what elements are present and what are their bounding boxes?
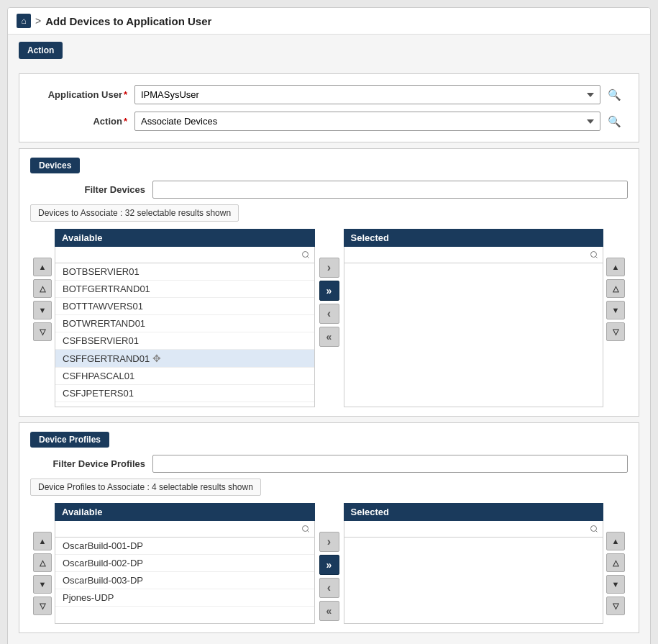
- dp-move-all-right-icon: [326, 559, 332, 571]
- devices-available-header: Available: [55, 229, 315, 247]
- dp-available-panel: Available OscarBuild-001-DP OscarBuild-0…: [55, 503, 315, 624]
- home-icon[interactable]: ⌂: [17, 14, 31, 28]
- application-user-label: Application User*: [34, 89, 134, 100]
- devices-left-controls: ▲ △ ▼ ▽: [30, 255, 55, 344]
- dp-right-page-up-button[interactable]: △: [606, 553, 625, 572]
- list-item[interactable]: CSFJPETERS01: [55, 385, 314, 402]
- dp-scroll-down-button[interactable]: ▼: [33, 575, 52, 594]
- devices-selected-search[interactable]: [344, 247, 604, 263]
- devices-available-search[interactable]: [55, 247, 315, 263]
- move-all-right-icon: [326, 285, 332, 296]
- list-item[interactable]: CSFKFURMER01: [55, 402, 314, 407]
- dp-move-all-left-button[interactable]: [319, 601, 339, 621]
- devices-move-all-left-button[interactable]: [319, 327, 339, 347]
- devices-selected-list: [344, 263, 604, 407]
- devices-selected-panel: Selected: [344, 229, 604, 407]
- dp-left-controls: ▲ △ ▼ ▽: [30, 529, 55, 618]
- list-item[interactable]: BOTFGERTRAND01: [55, 281, 314, 298]
- dp-move-right-button[interactable]: [319, 532, 339, 552]
- list-item[interactable]: CSFBSERVIER01: [55, 332, 314, 350]
- breadcrumb: ⌂ > Add Devices to Application User: [8, 8, 650, 35]
- filter-devices-label: Filter Devices: [30, 184, 145, 195]
- devices-results-info: Devices to Associate : 32 selectable res…: [30, 204, 239, 222]
- devices-move-controls: [315, 255, 344, 350]
- devices-move-right-button[interactable]: [319, 258, 339, 278]
- filter-device-profiles-row: Filter Device Profiles: [30, 455, 628, 473]
- list-item[interactable]: BOTTTAWVERS01: [55, 298, 314, 315]
- dp-available-header: Available: [55, 503, 315, 521]
- list-item[interactable]: OscarBuild-003-DP: [55, 572, 314, 589]
- filter-devices-input[interactable]: [152, 181, 628, 199]
- list-item[interactable]: CSFHPASCAL01: [55, 368, 314, 385]
- dp-available-list: OscarBuild-001-DP OscarBuild-002-DP Osca…: [55, 538, 315, 624]
- dp-move-right-icon: [327, 535, 331, 548]
- devices-section-button[interactable]: Devices: [30, 158, 80, 173]
- application-user-control: IPMASysUser 🔍: [134, 85, 624, 104]
- move-left-icon: [327, 307, 331, 320]
- device-profiles-results-info: Device Profiles to Associate : 4 selecta…: [30, 479, 261, 496]
- action-control: Associate Devices 🔍: [134, 112, 624, 131]
- dp-page-up-button[interactable]: △: [33, 553, 52, 572]
- dp-selected-search[interactable]: [344, 521, 604, 538]
- devices-right-page-down-button[interactable]: ▽: [606, 322, 625, 341]
- dp-selected-header: Selected: [344, 503, 604, 521]
- action-select[interactable]: Associate Devices: [134, 112, 600, 131]
- list-item[interactable]: CSFFGERTRAND01 ✥: [55, 350, 314, 368]
- page-title: Add Devices to Application User: [45, 15, 211, 27]
- devices-right-page-up-button[interactable]: △: [606, 279, 625, 298]
- dp-right-page-down-button[interactable]: ▽: [606, 597, 625, 615]
- devices-move-all-right-button[interactable]: [319, 281, 339, 301]
- devices-right-scroll-down-button[interactable]: ▼: [606, 301, 625, 319]
- list-item[interactable]: BOTBSERVIER01: [55, 263, 314, 281]
- action-row: Action* Associate Devices 🔍: [34, 112, 624, 131]
- devices-scroll-up-button[interactable]: ▲: [33, 258, 52, 276]
- devices-page-down-button[interactable]: ▽: [33, 322, 52, 341]
- dp-right-scroll-up-button[interactable]: ▲: [606, 532, 625, 550]
- dp-scroll-up-button[interactable]: ▲: [33, 532, 52, 550]
- action-label: Action*: [34, 116, 134, 127]
- devices-dual-list: ▲ △ ▼ ▽ Available BOTBSERVIER01 BOTFGERT…: [30, 229, 628, 407]
- devices-right-controls: ▲ △ ▼ ▽: [603, 255, 628, 344]
- filter-device-profiles-label: Filter Device Profiles: [30, 458, 145, 469]
- drag-icon: ✥: [152, 353, 161, 364]
- breadcrumb-separator: >: [35, 15, 41, 27]
- device-profiles-panel: Device Profiles Filter Device Profiles D…: [19, 422, 639, 633]
- list-item[interactable]: BOTWRERTAND01: [55, 315, 314, 332]
- devices-move-left-button[interactable]: [319, 304, 339, 324]
- devices-page-up-button[interactable]: △: [33, 279, 52, 298]
- dp-move-all-right-button[interactable]: [319, 555, 339, 575]
- move-all-left-icon: [326, 331, 332, 343]
- filter-devices-row: Filter Devices: [30, 181, 628, 199]
- filter-device-profiles-input[interactable]: [152, 455, 628, 473]
- dp-right-controls: ▲ △ ▼ ▽: [603, 529, 628, 618]
- list-item[interactable]: OscarBuild-002-DP: [55, 555, 314, 572]
- device-profiles-section-button[interactable]: Device Profiles: [30, 432, 109, 448]
- devices-right-scroll-up-button[interactable]: ▲: [606, 258, 625, 276]
- device-profiles-dual-list: ▲ △ ▼ ▽ Available OscarBuild-001-DP Osca…: [30, 503, 628, 624]
- dp-move-left-button[interactable]: [319, 578, 339, 598]
- application-user-select[interactable]: IPMASysUser: [134, 85, 600, 104]
- dp-right-scroll-down-button[interactable]: ▼: [606, 575, 625, 594]
- dp-move-controls: [315, 529, 344, 624]
- dp-move-all-left-icon: [326, 605, 332, 617]
- devices-available-list: BOTBSERVIER01 BOTFGERTRAND01 BOTTTAWVERS…: [55, 263, 315, 407]
- application-user-row: Application User* IPMASysUser 🔍: [34, 85, 624, 104]
- dp-selected-list: [344, 538, 604, 624]
- list-item[interactable]: Pjones-UDP: [55, 589, 314, 607]
- action-search-button[interactable]: 🔍: [605, 114, 624, 130]
- move-right-icon: [327, 261, 331, 274]
- devices-selected-header: Selected: [344, 229, 604, 247]
- devices-scroll-down-button[interactable]: ▼: [33, 301, 52, 319]
- form-section: Application User* IPMASysUser 🔍 Action* …: [19, 73, 639, 142]
- devices-panel: Devices Filter Devices Devices to Associ…: [19, 148, 639, 417]
- dp-available-search[interactable]: [55, 521, 315, 538]
- dp-page-down-button[interactable]: ▽: [33, 597, 52, 615]
- list-item[interactable]: OscarBuild-001-DP: [55, 538, 314, 555]
- dp-selected-panel: Selected: [344, 503, 604, 624]
- main-window: ⌂ > Add Devices to Application User Acti…: [7, 7, 651, 644]
- devices-available-panel: Available BOTBSERVIER01 BOTFGERTRAND01 B…: [55, 229, 315, 407]
- application-user-search-button[interactable]: 🔍: [605, 87, 624, 103]
- dp-move-left-icon: [327, 581, 331, 594]
- action-section-button[interactable]: Action: [19, 42, 63, 59]
